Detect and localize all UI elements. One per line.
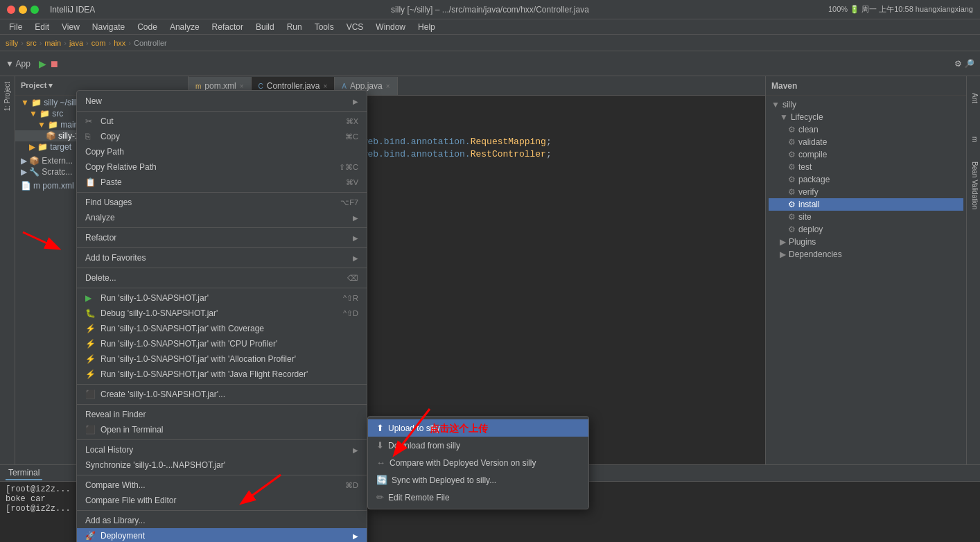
menu-build[interactable]: Build <box>250 21 280 33</box>
jar-icon: 📦 <box>46 131 56 141</box>
ctx-sep-11 <box>77 510 367 511</box>
battery-info: 100% 🔋 周一 上午10:58 huangxiangxiang <box>828 4 973 15</box>
maven-site[interactable]: ⚙ site <box>769 211 963 223</box>
title-bar-left: IntelliJ IDEA <box>7 5 95 15</box>
clean-label: clean <box>798 125 819 134</box>
maven-deploy[interactable]: ⚙ deploy <box>769 223 963 236</box>
test-icon: ⚙ <box>788 162 796 172</box>
menu-code[interactable]: Code <box>132 21 163 33</box>
ctx-copy-path[interactable]: Copy Path <box>77 144 367 159</box>
breadcrumb-silly[interactable]: silly <box>6 39 18 47</box>
maven-test[interactable]: ⚙ test <box>769 161 963 173</box>
maven-dependencies[interactable]: ▶ Dependencies <box>769 248 963 261</box>
ctx-new[interactable]: New ▶ <box>77 94 367 109</box>
stop-button[interactable]: ⏹ <box>49 58 59 69</box>
ant-label[interactable]: Ant <box>967 90 980 106</box>
copy-icon: ⎘ <box>85 132 96 141</box>
controller-tab-close[interactable]: × <box>323 82 327 90</box>
minimize-button[interactable] <box>19 6 27 14</box>
ctx-delete[interactable]: Delete... ⌫ <box>77 270 367 286</box>
maven-silly-icon: ▼ <box>771 100 780 110</box>
menu-file[interactable]: File <box>3 21 28 33</box>
ctx-cut[interactable]: ✂Cut ⌘X <box>77 114 367 129</box>
run-button[interactable]: ▶ <box>39 58 46 69</box>
run-coverage-icon: ⚡ <box>85 324 96 333</box>
breadcrumb-src[interactable]: src <box>26 39 37 47</box>
scissors-icon: ✂ <box>85 116 96 126</box>
ctx-run-cpu[interactable]: ⚡Run 'silly-1.0-SNAPSHOT.jar' with 'CPU … <box>77 336 367 351</box>
toolbar-extra: ⚙ 🔎 <box>954 59 974 69</box>
menu-navigate[interactable]: Navigate <box>87 21 130 33</box>
ctx-find-usages[interactable]: Find Usages ⌥F7 <box>77 195 367 210</box>
menu-run[interactable]: Run <box>281 21 308 33</box>
paste-icon: 📋 <box>85 177 96 187</box>
maven-plugins[interactable]: ▶ Plugins <box>769 236 963 248</box>
ctx-copy-relative[interactable]: Copy Relative Path ⇧⌘C <box>77 159 367 175</box>
ctx-refactor[interactable]: Refactor ▶ <box>77 230 367 245</box>
maven-silly[interactable]: ▼ silly <box>769 98 963 111</box>
compare-label: Compare with Deployed Version on silly <box>390 458 536 468</box>
ctx-add-favorites[interactable]: Add to Favorites ▶ <box>77 250 367 265</box>
menu-refactor[interactable]: Refactor <box>207 21 249 33</box>
app-tab-close[interactable]: × <box>386 82 390 90</box>
ctx-run-jfr[interactable]: ⚡Run 'silly-1.0-SNAPSHOT.jar' with 'Java… <box>77 367 367 382</box>
project-label[interactable]: 1: Project <box>3 79 11 114</box>
breadcrumb-main[interactable]: main <box>44 39 61 47</box>
maven-install[interactable]: ⚙ install <box>769 198 963 211</box>
ctx-compare-editor[interactable]: Compare File with Editor <box>77 493 367 508</box>
submenu-sync[interactable]: 🔄 Sync with Deployed to silly... <box>368 471 588 489</box>
ctx-add-library[interactable]: Add as Library... <box>77 513 367 528</box>
close-button[interactable] <box>7 6 15 14</box>
ctx-analyze[interactable]: Analyze ▶ <box>77 210 367 225</box>
menu-vcs[interactable]: VCS <box>341 21 369 33</box>
lifecycle-icon: ▼ <box>780 112 788 122</box>
ctx-paste[interactable]: 📋Paste ⌘V <box>77 175 367 190</box>
ctx-run-alloc[interactable]: ⚡Run 'silly-1.0-SNAPSHOT.jar' with 'Allo… <box>77 351 367 367</box>
ctx-copy[interactable]: ⎘Copy ⌘C <box>77 129 367 144</box>
app-name: IntelliJ IDEA <box>50 5 95 15</box>
terminal-tab[interactable]: Terminal <box>6 466 42 480</box>
breadcrumb-hxx[interactable]: hxx <box>114 39 125 47</box>
maven-validate[interactable]: ⚙ validate <box>769 136 963 148</box>
ctx-synchronize[interactable]: Synchronize 'silly-1.0-...NAPSHOT.jar' <box>77 457 367 473</box>
menu-tools[interactable]: Tools <box>309 21 340 33</box>
scratch-icon: ▶ 🔧 <box>21 167 40 177</box>
ctx-debug-jar[interactable]: 🐛Debug 'silly-1.0-SNAPSHOT.jar' ^⇧D <box>77 306 367 321</box>
menu-help[interactable]: Help <box>412 21 441 33</box>
breadcrumb-com[interactable]: com <box>91 39 106 47</box>
menu-analyze[interactable]: Analyze <box>164 21 205 33</box>
maven-clean[interactable]: ⚙ clean <box>769 123 963 136</box>
menu-view[interactable]: View <box>56 21 85 33</box>
ctx-run-coverage[interactable]: ⚡Run 'silly-1.0-SNAPSHOT.jar' with Cover… <box>77 321 367 336</box>
maven-package[interactable]: ⚙ package <box>769 173 963 186</box>
maven-lifecycle[interactable]: ▼ Lifecycle <box>769 111 963 123</box>
submenu-edit-remote[interactable]: ✏ Edit Remote File <box>368 489 588 506</box>
submenu-compare[interactable]: ↔ Compare with Deployed Version on silly <box>368 454 588 471</box>
pom-tab-close[interactable]: × <box>240 82 244 90</box>
debug-icon: 🐛 <box>85 308 96 318</box>
maven-verify[interactable]: ⚙ verify <box>769 186 963 198</box>
project-selector[interactable]: ▼ App <box>6 59 30 69</box>
menu-edit[interactable]: Edit <box>29 21 55 33</box>
package-label: package <box>798 175 830 184</box>
ctx-deployment[interactable]: 🚀Deployment ▶ <box>77 528 367 542</box>
breadcrumb-java[interactable]: java <box>69 39 83 47</box>
menu-window[interactable]: Window <box>370 21 411 33</box>
ctx-local-history[interactable]: Local History ▶ <box>77 442 367 457</box>
breadcrumb: silly › src › main › java › com › hxx › … <box>0 35 980 51</box>
ctx-reveal-finder[interactable]: Reveal in Finder <box>77 407 367 422</box>
ctx-run-jar[interactable]: ▶Run 'silly-1.0-SNAPSHOT.jar' ^⇧R <box>77 290 367 306</box>
ctx-open-terminal[interactable]: ⬛Open in Terminal <box>77 422 367 437</box>
ctx-compare-with[interactable]: Compare With... ⌘D <box>77 478 367 493</box>
ctx-create-jar[interactable]: ⬛Create 'silly-1.0-SNAPSHOT.jar'... <box>77 387 367 402</box>
submenu-download[interactable]: ⬇ Download from silly <box>368 437 588 454</box>
zoom-button[interactable] <box>30 6 39 14</box>
maven-compile[interactable]: ⚙ compile <box>769 148 963 161</box>
traffic-lights[interactable] <box>7 6 39 14</box>
ctx-sep-4 <box>77 247 367 248</box>
maven-side-label[interactable]: m <box>967 134 980 145</box>
bean-validation-label[interactable]: Bean Validation <box>967 159 980 212</box>
compile-label: compile <box>798 150 827 159</box>
breadcrumb-controller[interactable]: Controller <box>134 39 167 47</box>
pom-tab-label: pom.xml <box>204 81 236 91</box>
